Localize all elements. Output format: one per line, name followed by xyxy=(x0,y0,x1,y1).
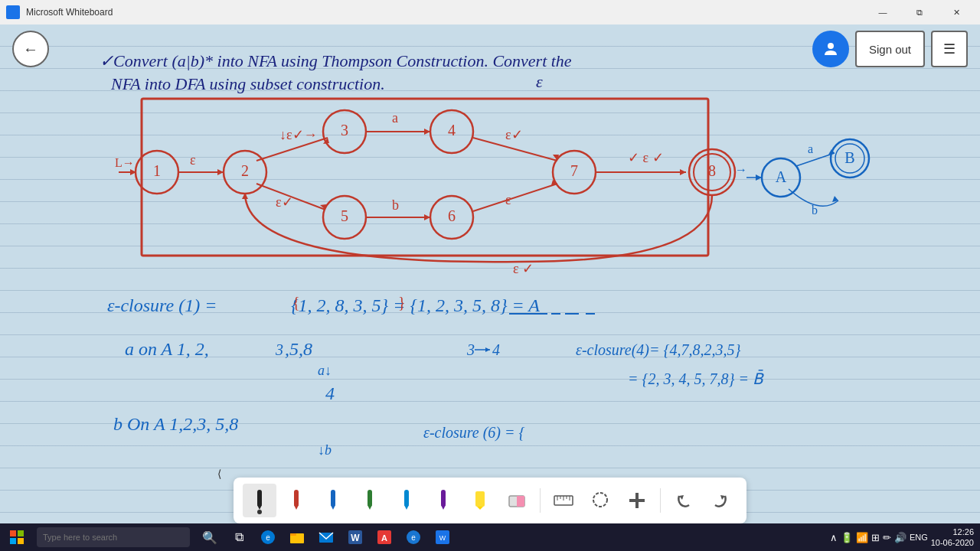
taskbar-acrobat-icon[interactable]: A xyxy=(371,523,398,551)
eraser-tool[interactable] xyxy=(500,484,534,517)
drawing-toolbar xyxy=(234,478,746,523)
svg-text:2: 2 xyxy=(241,162,249,179)
svg-text:↓ε✓→: ↓ε✓→ xyxy=(279,127,318,142)
svg-text:3: 3 xyxy=(341,122,348,139)
lasso-tool[interactable] xyxy=(583,484,617,517)
svg-text:ε: ε xyxy=(536,72,543,91)
back-button[interactable]: ← xyxy=(12,31,49,67)
taskbar-right: ∧ 🔋 📶 ⊞ ✏ 🔊 ENG 12:26 10-06-2020 xyxy=(830,527,980,549)
svg-text:b: b xyxy=(812,204,818,217)
svg-marker-113 xyxy=(679,495,684,500)
tray-taskview[interactable]: ⊞ xyxy=(871,532,880,543)
right-toolbar: Sign out ☰ xyxy=(812,31,968,67)
svg-text:A: A xyxy=(776,168,787,185)
svg-text:a: a xyxy=(392,110,398,126)
svg-text:W: W xyxy=(439,534,446,542)
tray-pen[interactable]: ✏ xyxy=(883,532,891,543)
svg-text:ε: ε xyxy=(505,192,511,207)
svg-text:3: 3 xyxy=(466,341,475,358)
svg-marker-32 xyxy=(424,214,430,220)
app-icon xyxy=(6,5,20,19)
svg-text:4: 4 xyxy=(448,122,456,139)
start-button[interactable] xyxy=(0,523,34,551)
svg-text:ε: ε xyxy=(190,152,196,168)
svg-text:5: 5 xyxy=(341,207,348,224)
svg-rect-122 xyxy=(290,533,296,536)
app-title: Microsoft Whiteboard xyxy=(26,7,113,18)
svg-rect-96 xyxy=(404,490,409,507)
tray-battery[interactable]: 🔋 xyxy=(841,532,853,543)
svg-text:B: B xyxy=(844,149,854,166)
pen-lightblue-tool[interactable] xyxy=(390,484,423,517)
svg-text:= {2, 3, 4, 5, 7,8} = B̄: = {2, 3, 4, 5, 7,8} = B̄ xyxy=(628,370,764,387)
svg-text:6: 6 xyxy=(448,207,456,224)
pen-blue-tool[interactable] xyxy=(316,484,350,517)
svg-text:,5,8: ,5,8 xyxy=(285,339,312,359)
svg-text:W: W xyxy=(351,533,360,543)
svg-line-39 xyxy=(473,184,557,211)
restore-button[interactable]: ⧉ xyxy=(902,0,937,24)
system-clock[interactable]: 12:26 10-06-2020 xyxy=(931,527,974,549)
svg-marker-22 xyxy=(424,129,430,135)
svg-text:4: 4 xyxy=(325,383,335,403)
titlebar-left: Microsoft Whiteboard xyxy=(6,5,113,19)
toolbar-separator-1 xyxy=(540,488,541,513)
svg-rect-103 xyxy=(517,496,524,507)
undo-button[interactable] xyxy=(667,484,701,517)
svg-text:ε✓: ε✓ xyxy=(276,194,293,210)
close-button[interactable]: ✕ xyxy=(939,0,974,24)
tray-network[interactable]: 📶 xyxy=(856,532,868,543)
svg-text:→: → xyxy=(735,163,747,176)
pen-purple-tool[interactable] xyxy=(426,484,460,517)
toolbar-separator-2 xyxy=(660,488,661,513)
taskbar-search-icon[interactable]: 🔍 xyxy=(196,523,224,551)
taskbar-word-icon[interactable]: W xyxy=(341,523,369,551)
svg-rect-100 xyxy=(475,491,485,507)
svg-marker-72 xyxy=(485,347,490,352)
user-avatar-button[interactable] xyxy=(812,31,849,67)
svg-rect-115 xyxy=(10,530,16,536)
taskbar-search[interactable] xyxy=(37,527,190,547)
svg-text:ε ✓: ε ✓ xyxy=(513,261,534,276)
taskbar-folder-icon[interactable] xyxy=(283,523,311,551)
tray-lang: ENG xyxy=(910,533,928,542)
svg-text:{: { xyxy=(292,294,300,311)
svg-marker-114 xyxy=(720,495,725,500)
add-tool[interactable] xyxy=(620,484,654,517)
window-controls: — ⧉ ✕ xyxy=(865,0,974,24)
taskbar-ie-icon[interactable]: e xyxy=(400,523,427,551)
redo-button[interactable] xyxy=(704,484,737,517)
signout-button[interactable]: Sign out xyxy=(855,31,925,67)
menu-button[interactable]: ☰ xyxy=(931,31,968,67)
taskbar-whiteboard-icon[interactable]: W xyxy=(429,523,456,551)
svg-text:b: b xyxy=(392,197,399,213)
pen-green-tool[interactable] xyxy=(353,484,387,517)
svg-text:}: } xyxy=(398,294,406,311)
pen-red-tool[interactable] xyxy=(279,484,313,517)
taskbar-task-view[interactable]: ⧉ xyxy=(225,523,253,551)
ruler-tool[interactable] xyxy=(547,484,580,517)
svg-line-55 xyxy=(796,153,835,166)
minimize-button[interactable]: — xyxy=(865,0,900,24)
taskbar-edge-icon[interactable]: e xyxy=(254,523,282,551)
svg-text:4: 4 xyxy=(492,341,500,358)
svg-marker-12 xyxy=(217,169,224,175)
tray-chevron[interactable]: ∧ xyxy=(830,532,838,543)
taskbar-mail-icon[interactable] xyxy=(312,523,340,551)
svg-text:7: 7 xyxy=(570,162,578,179)
svg-marker-93 xyxy=(331,505,335,510)
highlighter-tool[interactable] xyxy=(463,484,497,517)
svg-rect-88 xyxy=(257,490,262,507)
svg-text:e: e xyxy=(411,533,416,542)
taskbar-app-icons: 🔍 ⧉ e W A e W xyxy=(196,523,456,551)
titlebar: Microsoft Whiteboard — ⧉ ✕ xyxy=(0,0,980,24)
taskbar: 🔍 ⧉ e W A e W ∧ 🔋 📶 ⊞ ✏ 🔊 xyxy=(0,523,980,551)
tray-volume[interactable]: 🔊 xyxy=(894,532,906,543)
system-tray-icons: ∧ 🔋 📶 ⊞ ✏ 🔊 ENG xyxy=(830,532,928,543)
svg-marker-61 xyxy=(756,174,762,181)
svg-text:L→: L→ xyxy=(115,156,135,169)
svg-point-87 xyxy=(828,43,834,49)
svg-text:a  on A     1, 2,: a on A 1, 2, xyxy=(125,339,209,359)
svg-text:⟨: ⟨ xyxy=(217,468,221,480)
pen-black-tool[interactable] xyxy=(243,484,276,517)
